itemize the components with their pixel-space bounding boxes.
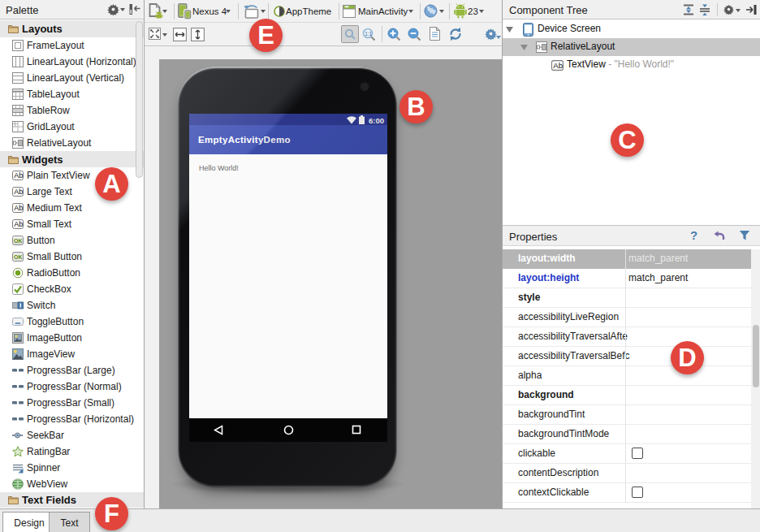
svg-text:1:1: 1:1 <box>365 31 372 37</box>
svg-text:Ab: Ab <box>553 61 563 70</box>
svg-text:Ab: Ab <box>14 220 23 228</box>
svg-text:Ab: Ab <box>14 204 23 212</box>
svg-text:OK: OK <box>14 238 23 244</box>
svg-text:Ab: Ab <box>14 188 23 196</box>
svg-text:OK: OK <box>14 254 23 260</box>
svg-text:Ab: Ab <box>14 171 23 179</box>
